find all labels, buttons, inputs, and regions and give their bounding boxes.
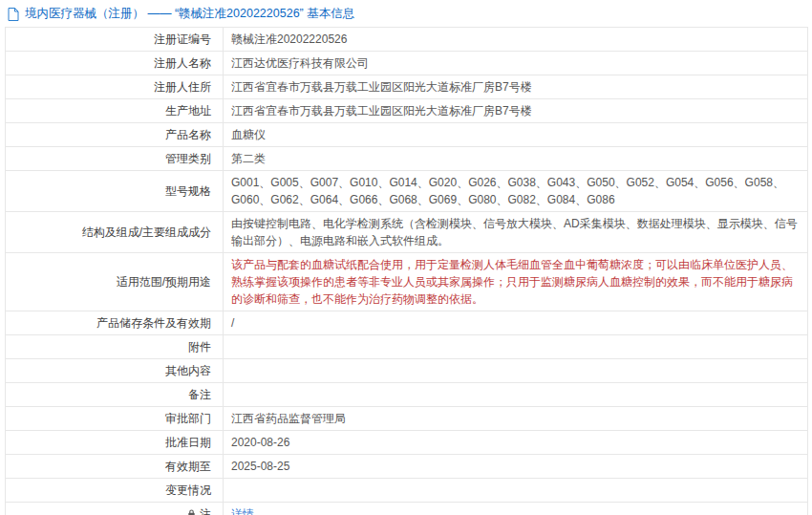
- table-row: 注册人住所江西省宜春市万载县万载工业园区阳光大道标准厂房B7号楼: [6, 75, 808, 99]
- row-label: 其他内容: [6, 359, 224, 383]
- table-row: 批准日期2020-08-26: [6, 431, 808, 455]
- row-value: 江西省宜春市万载县万载工业园区阳光大道标准厂房B7号楼: [224, 75, 808, 99]
- table-row: 其他内容: [6, 359, 808, 383]
- table-row: 注册证编号赣械注准20202220526: [6, 28, 808, 52]
- row-value: 江西省宜春市万载县万载工业园区阳光大道标准厂房B7号楼: [224, 99, 808, 123]
- table-row: 备注: [6, 383, 808, 407]
- row-value: [224, 335, 808, 359]
- registration-info-table: 注册证编号赣械注准20202220526注册人名称江西达优医疗科技有限公司注册人…: [5, 27, 808, 515]
- row-label: 管理类别: [6, 147, 224, 171]
- row-value: 该产品与配套的血糖试纸配合使用，用于定量检测人体毛细血管全血中葡萄糖浓度；可以由…: [224, 253, 808, 311]
- row-value: 由按键控制电路、电化学检测系统（含检测模块、信号放大模块、AD采集模块、数据处理…: [224, 212, 808, 253]
- row-value: G001、G005、G007、G010、G014、G020、G026、G038、…: [224, 171, 808, 212]
- row-value: [224, 359, 808, 383]
- row-value: /: [224, 311, 808, 335]
- row-label: 适用范围/预期用途: [6, 253, 224, 311]
- row-label: 产品储存条件及有效期: [6, 311, 224, 335]
- table-row: 产品储存条件及有效期/: [6, 311, 808, 335]
- row-value: 江西省药品监督管理局: [224, 407, 808, 431]
- row-value: 第二类: [224, 147, 808, 171]
- row-value: 2020-08-26: [224, 431, 808, 455]
- table-row: 产品名称血糖仪: [6, 123, 808, 147]
- detail-link[interactable]: 详情: [231, 507, 254, 515]
- row-label: 注册证编号: [6, 28, 224, 52]
- row-label: 注册人名称: [6, 52, 224, 75]
- table-row: 变更情况: [6, 479, 808, 503]
- row-value: 血糖仪: [224, 123, 808, 147]
- row-value: 江西达优医疗科技有限公司: [224, 52, 808, 75]
- table-row: 管理类别第二类: [6, 147, 808, 171]
- row-label: 注册人住所: [6, 75, 224, 99]
- row-label: 生产地址: [6, 99, 224, 123]
- table-row: 附件: [6, 335, 808, 359]
- table-row: 有效期至2025-08-25: [6, 455, 808, 479]
- table-row: 结构及组成/主要组成成分由按键控制电路、电化学检测系统（含检测模块、信号放大模块…: [6, 212, 808, 253]
- table-row: 生产地址江西省宜春市万载县万载工业园区阳光大道标准厂房B7号楼: [6, 99, 808, 123]
- lock-icon: [186, 508, 197, 515]
- row-label: 附件: [6, 335, 224, 359]
- row-value: 2025-08-25: [224, 455, 808, 479]
- row-label: 型号规格: [6, 171, 224, 212]
- page-title: 境内医疗器械（注册） —— “赣械注准20202220526” 基本信息: [25, 6, 354, 22]
- table-row: 审批部门江西省药品监督管理局: [6, 407, 808, 431]
- row-label: 变更情况: [6, 479, 224, 503]
- page-header: 境内医疗器械（注册） —— “赣械注准20202220526” 基本信息: [0, 0, 812, 27]
- row-value: 赣械注准20202220526: [224, 28, 808, 52]
- document-icon: [8, 8, 19, 21]
- table-row: 注详情: [6, 503, 808, 515]
- row-label: 备注: [6, 383, 224, 407]
- row-value: [224, 383, 808, 407]
- registration-page: 境内医疗器械（注册） —— “赣械注准20202220526” 基本信息 注册证…: [0, 0, 812, 515]
- row-value: 详情: [224, 503, 808, 515]
- table-row: 注册人名称江西达优医疗科技有限公司: [6, 52, 808, 75]
- row-label: 审批部门: [6, 407, 224, 431]
- row-label: 产品名称: [6, 123, 224, 147]
- row-label: 批准日期: [6, 431, 224, 455]
- table-row: 适用范围/预期用途该产品与配套的血糖试纸配合使用，用于定量检测人体毛细血管全血中…: [6, 253, 808, 311]
- table-row: 型号规格G001、G005、G007、G010、G014、G020、G026、G…: [6, 171, 808, 212]
- row-value: [224, 479, 808, 503]
- row-label: 结构及组成/主要组成成分: [6, 212, 224, 253]
- row-label: 注: [6, 503, 224, 515]
- row-label: 有效期至: [6, 455, 224, 479]
